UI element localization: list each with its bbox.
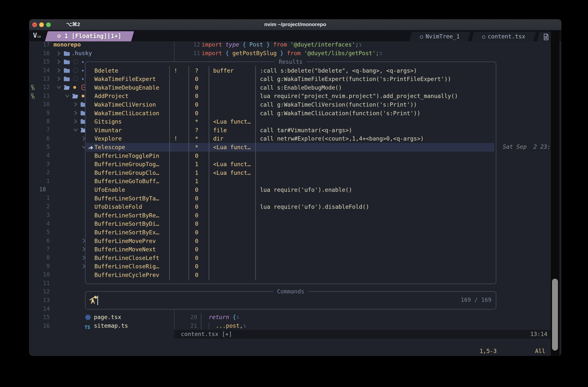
window-title: nvim ~/project/monorepo <box>29 21 561 27</box>
results-row[interactable]: BufferLineSortByEx…0 <box>86 228 494 237</box>
tab-content-tsx[interactable]: ○content.tsx <box>471 32 536 41</box>
tabline: Vim ⊙ 1 [Floating][1+] ○NvimTree_1 ○cont… <box>29 30 561 41</box>
command-line: 1,5-3 All <box>29 347 551 355</box>
neovim-logo-icon: Vim <box>33 32 41 39</box>
nargs-value: 0 <box>195 211 198 220</box>
command-name: Gitsigns <box>94 117 122 126</box>
result-count: 169 / 169 <box>461 292 491 308</box>
results-row[interactable]: BufferLineMovePrev0 <box>86 237 494 245</box>
nargs-value: 0 <box>195 92 198 100</box>
results-row[interactable]: BufferLineGroupClo…1<Lua funct… <box>86 169 494 177</box>
complete-type: <Lua funct… <box>213 160 251 169</box>
results-row[interactable]: BufferLineSortByTa…0 <box>86 194 494 203</box>
code-text: ...post,↴ <box>216 322 246 330</box>
nargs-value: 0 <box>195 109 198 118</box>
results-row[interactable]: BufferLineMoveNext0 <box>86 245 494 254</box>
line-number: 6 <box>29 236 50 245</box>
statusline: content.tsx [+] 13:14 <box>174 330 551 339</box>
results-row[interactable]: WakaTimeFileExpert0call g:WakaTimeFileEx… <box>86 75 494 83</box>
command-name: BufferLineCloseLeft <box>94 254 159 262</box>
results-row[interactable]: Vimuntar?filecall tar#Vimuntar(<q-args>) <box>86 126 494 135</box>
results-row[interactable]: BufferLineTogglePin0 <box>86 152 494 160</box>
line-number: 18 <box>29 185 60 194</box>
statusline-clock: Sat Sep 2 23: <box>503 143 551 151</box>
results-row[interactable]: BufferLineCloseLeft0 <box>86 254 494 262</box>
command-definition: lua require('ufo').enable() <box>260 186 352 194</box>
scrollbar-track[interactable] <box>551 31 559 356</box>
tab-floating-buffer[interactable]: ⊙ 1 [Floating][1+] <box>45 31 134 41</box>
command-name: WakaTimeDebugEnable <box>94 83 159 92</box>
command-name: BufferLineGoToBuff… <box>94 177 159 186</box>
command-name: WakaTimeCliVersion <box>94 100 156 109</box>
scrollbar-thumb[interactable] <box>552 279 558 350</box>
column-separator <box>189 66 189 280</box>
nargs-value: 0 <box>195 262 198 271</box>
code-text: import { getPostBySlug } from '@duyet/li… <box>202 49 382 58</box>
command-definition: call s:EnableDebugMode() <box>260 83 342 92</box>
results-row[interactable]: BufferLineCyclePrev0 <box>86 271 494 279</box>
complete-type: dir <box>213 135 224 143</box>
results-row[interactable]: WakaTimeCliVersion0call g:WakaTimeCliVer… <box>86 100 494 109</box>
window-shortcut: ⌥⌘2 <box>66 21 80 27</box>
telescope-prompt-window[interactable]: Commands 169 / 169 <box>85 291 496 310</box>
code-text: return {↴ <box>209 313 240 322</box>
command-name: BufferLineCyclePrev <box>94 271 159 279</box>
results-row[interactable]: BufferLineCloseRig…0 <box>86 262 494 271</box>
results-row[interactable]: BufferLineSortByRe…0 <box>86 211 494 220</box>
bang-flag: ! <box>174 135 177 143</box>
nargs-value: 0 <box>195 245 198 254</box>
results-row[interactable]: AddProject0lua require("project_nvim.pro… <box>86 92 494 100</box>
command-name: BufferLineGroupClo… <box>94 169 159 177</box>
line-number: 5 <box>29 143 50 151</box>
code-line: 11import { getPostBySlug } from '@duyet/… <box>29 49 551 58</box>
code-line: 12import type { Post } from '@duyet/inte… <box>29 40 551 49</box>
results-row[interactable]: Bdelete!?buffer:call s:bdelete("bdelete"… <box>86 66 494 75</box>
command-definition: call g:WakaTimeCliVersion(function('s:Pr… <box>260 100 417 109</box>
results-row[interactable]: UfoDisableFold0lua require('ufo').disabl… <box>86 203 494 211</box>
scroll-indicator: All <box>535 347 545 355</box>
nargs-value: 1 <box>195 169 198 177</box>
line-number: 12 <box>172 40 200 49</box>
gutter-separator <box>201 322 201 330</box>
tab-nvimtree[interactable]: ○NvimTree_1 <box>409 32 470 41</box>
nargs-value: 0 <box>195 203 198 211</box>
nargs-value: ? <box>195 66 198 75</box>
results-row[interactable]: Gitsigns*<Lua funct… <box>86 117 494 126</box>
nargs-value: 0 <box>195 254 198 262</box>
telescope-icon <box>89 295 98 306</box>
telescope-results-window: Results Bdelete!?buffer:call s:bdelete("… <box>85 61 496 284</box>
results-row[interactable]: Vexplore!*dircall netrw#Explore(<count>,… <box>86 135 494 143</box>
line-number: 12 <box>29 287 50 296</box>
line-number: 1 <box>29 194 50 202</box>
complete-type: <Lua funct… <box>213 117 251 126</box>
line-number: 15 <box>29 57 50 66</box>
command-name: BufferLineMoveNext <box>94 245 156 254</box>
results-row[interactable]: BufferLineGoToBuff…1 <box>86 177 494 186</box>
command-name: UfoDisableFold <box>94 203 142 211</box>
results-row[interactable]: UfoEnable0lua require('ufo').enable() <box>86 186 494 194</box>
command-definition: call g:WakaTimeFileExpert(function('s:Pr… <box>260 75 451 83</box>
code-line: 20return {↴ <box>29 313 551 322</box>
command-name: BufferLineCloseRig… <box>94 262 159 271</box>
command-name: BufferLineSortByEx… <box>94 228 159 237</box>
zoom-button[interactable] <box>46 22 51 27</box>
line-number: 9 <box>29 262 50 271</box>
statusline-filename: content.tsx [+] <box>181 330 232 339</box>
minimize-button[interactable] <box>39 22 44 27</box>
nargs-value: 0 <box>195 237 198 245</box>
cursor-position: 1,5-3 <box>480 347 497 355</box>
command-name: BufferLineSortByDi… <box>94 220 159 228</box>
code-text: import type { Post } from '@duyet/interf… <box>202 40 362 49</box>
results-row[interactable]: BufferLineSortByDi…0 <box>86 220 494 228</box>
line-number: 11 <box>172 49 200 58</box>
results-row[interactable]: BufferLineGroupTog…1<Lua funct… <box>86 160 494 169</box>
command-name: WakaTimeFileExpert <box>94 75 156 83</box>
line-number: 10 <box>29 100 50 109</box>
line-number: 10 <box>29 270 50 279</box>
results-row[interactable]: Telescope*<Lua funct… <box>86 143 494 152</box>
command-name: BufferLineTogglePin <box>94 152 159 160</box>
results-row[interactable]: WakaTimeCliLocation0call g:WakaTimeCliLo… <box>86 109 494 118</box>
results-row[interactable]: WakaTimeDebugEnable0call s:EnableDebugMo… <box>86 83 494 92</box>
nargs-value: * <box>195 143 198 152</box>
close-button[interactable] <box>32 22 37 27</box>
